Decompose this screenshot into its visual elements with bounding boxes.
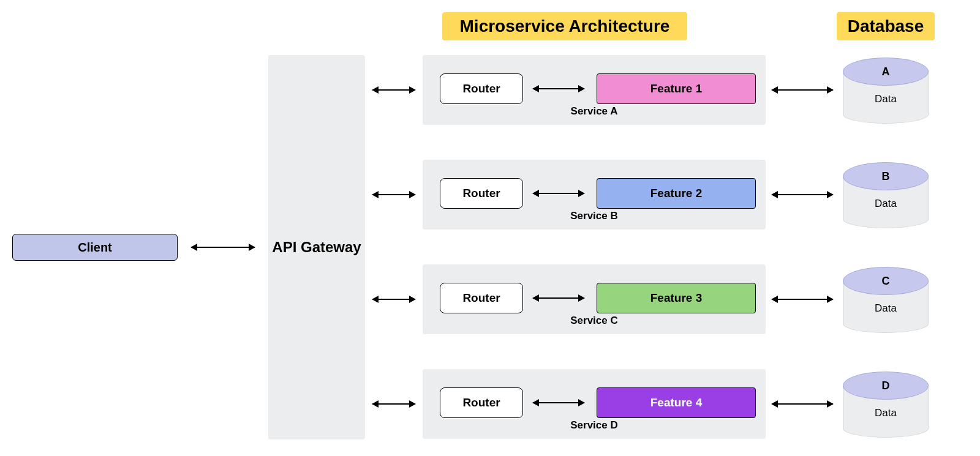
arrow-gateway-service-d bbox=[372, 403, 415, 405]
feature-3-label: Feature 3 bbox=[650, 291, 702, 305]
service-d-label: Service D bbox=[423, 419, 766, 432]
router-a: Router bbox=[440, 73, 523, 104]
database-d-label: Data bbox=[843, 407, 929, 419]
database-b-letter: B bbox=[882, 170, 890, 183]
client-label: Client bbox=[78, 241, 112, 255]
arrow-service-db-b bbox=[772, 194, 833, 195]
service-b: Router Feature 2 Service B bbox=[423, 160, 766, 230]
header-microservice: Microservice Architecture bbox=[442, 12, 687, 40]
router-d: Router bbox=[440, 387, 523, 418]
service-b-label: Service B bbox=[423, 210, 766, 222]
feature-2: Feature 2 bbox=[597, 178, 756, 209]
feature-1: Feature 1 bbox=[597, 73, 756, 104]
database-b-label: Data bbox=[843, 198, 929, 210]
arrow-router-feature-d bbox=[533, 402, 584, 403]
router-b: Router bbox=[440, 178, 523, 209]
arrow-service-db-c bbox=[772, 299, 833, 300]
router-b-label: Router bbox=[462, 187, 500, 200]
service-c-label: Service C bbox=[423, 315, 766, 327]
database-c-label: Data bbox=[843, 302, 929, 315]
database-c-letter: C bbox=[882, 275, 890, 288]
database-a-label: Data bbox=[843, 93, 929, 105]
header-microservice-text: Microservice Architecture bbox=[460, 17, 670, 36]
arrow-gateway-service-a bbox=[372, 89, 415, 91]
router-c-label: Router bbox=[462, 291, 500, 305]
api-gateway: API Gateway bbox=[268, 55, 365, 439]
arrow-router-feature-b bbox=[533, 193, 584, 194]
arrow-service-db-a bbox=[772, 89, 833, 91]
arrow-gateway-service-b bbox=[372, 194, 415, 195]
router-d-label: Router bbox=[462, 396, 500, 409]
client-box: Client bbox=[12, 234, 178, 261]
service-d: Router Feature 4 Service D bbox=[423, 369, 766, 439]
arrow-router-feature-a bbox=[533, 88, 584, 89]
feature-4-label: Feature 4 bbox=[650, 396, 702, 409]
service-a: Router Feature 1 Service A bbox=[423, 55, 766, 125]
database-d-letter: D bbox=[882, 379, 890, 392]
header-database-text: Database bbox=[848, 17, 924, 36]
feature-4: Feature 4 bbox=[597, 387, 756, 418]
header-database: Database bbox=[837, 12, 935, 40]
database-a-letter: A bbox=[882, 65, 890, 78]
arrow-router-feature-c bbox=[533, 297, 584, 299]
router-a-label: Router bbox=[462, 82, 500, 95]
service-c: Router Feature 3 Service C bbox=[423, 264, 766, 334]
router-c: Router bbox=[440, 283, 523, 313]
service-a-label: Service A bbox=[423, 105, 766, 118]
arrow-gateway-service-c bbox=[372, 299, 415, 300]
feature-2-label: Feature 2 bbox=[650, 187, 702, 200]
arrow-service-db-d bbox=[772, 403, 833, 405]
arrow-client-gateway bbox=[191, 247, 255, 248]
feature-1-label: Feature 1 bbox=[650, 82, 702, 95]
api-gateway-label: API Gateway bbox=[272, 237, 361, 256]
feature-3: Feature 3 bbox=[597, 283, 756, 313]
